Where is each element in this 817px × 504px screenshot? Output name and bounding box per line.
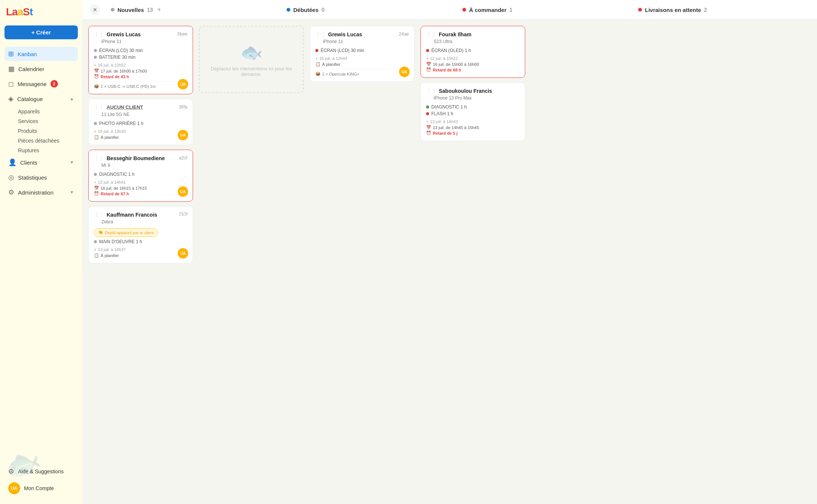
service-label: ÉCRAN (LCD) 30 min	[321, 48, 364, 53]
card-5bee-created: + 16 juil. à 12h52	[94, 63, 187, 67]
card-24ae-device: iPhone 11	[315, 39, 409, 44]
card-36fa-id: 36fa	[179, 104, 187, 110]
card-saboukoulou-client: Saboukoulou Francis	[439, 88, 520, 94]
card-36fa-device: 11 Lite 5G NE	[94, 112, 187, 117]
sidebar-item-moncompte-label: Mon Compte	[24, 485, 54, 491]
service-dot	[426, 106, 429, 109]
drop-zone-icon: 🐟	[240, 42, 263, 63]
card-saboukoulou-created: + 13 juil. à 14h43	[426, 119, 520, 124]
card-36fa-header: ⋮⋮ AUCUN CLIENT 36fa	[94, 104, 187, 110]
calendar-icon-small: 📅	[94, 68, 99, 73]
sidebar-item-catalogue[interactable]: ◈ Catalogue ▲	[4, 92, 78, 106]
sidebar-item-clients[interactable]: 👤 Clients ▼	[4, 155, 78, 169]
card-24ae-scheduled: 📋 À planifier	[315, 62, 409, 67]
nav-section: ⊞ Kanban ▦ Calendrier ◻ Messagerie 2 ◈ C…	[4, 47, 78, 200]
card-5bee-delay: ⏰ Retard de 43 h	[94, 74, 187, 79]
card-saboukoulou-service-1: FLASH 1 h	[426, 111, 520, 116]
sidebar-item-calendrier[interactable]: ▦ Calendrier	[4, 62, 78, 76]
card-737f-header: ⋮⋮ Kauffmann Francois 737f	[94, 212, 187, 218]
close-button[interactable]: ✕	[90, 4, 100, 15]
sidebar-sub-pieces[interactable]: Pièces détachées	[4, 136, 78, 146]
messagerie-badge: 2	[51, 80, 58, 88]
card-737f-device: Zebra	[94, 219, 187, 224]
col-livraisonsattente: ⋮⋮ Fourak Ilham S23 Ultra ÉCRAN (OLED) 1…	[420, 26, 525, 141]
admin-icon: ⚙	[8, 188, 14, 196]
acommander-count: 1	[510, 7, 512, 13]
card-5bee[interactable]: ⋮⋮ Grewis Lucas 5bee iPhone 11 ÉCRAN (LC…	[88, 26, 193, 94]
calendar-icon: ▦	[8, 65, 15, 73]
debutees-title: Débutées	[293, 7, 319, 13]
col-nouvelles: ⋮⋮ Grewis Lucas 5bee iPhone 11 ÉCRAN (LC…	[88, 26, 193, 263]
depot-icon: 🤏	[98, 230, 103, 235]
sidebar-item-moncompte[interactable]: UA Mon Compte	[4, 479, 78, 497]
card-saboukoulou-header: ⋮⋮ Saboukoulou Francis	[426, 88, 520, 94]
card-a2cf[interactable]: ⋮⋮ Besseghir Boumediene a2cf MI 9 DIAGNO…	[88, 150, 193, 202]
sidebar-item-clients-label: Clients	[20, 159, 37, 166]
sidebar-sub-appareils[interactable]: Appareils	[4, 107, 78, 116]
nouvelles-count: 13	[147, 7, 153, 13]
card-36fa[interactable]: ⋮⋮ AUCUN CLIENT 36fa 11 Lite 5G NE PHOTO…	[88, 99, 193, 145]
col-header-acommander: À commander 1	[458, 7, 634, 13]
sidebar-item-aide[interactable]: ⚙ Aide & Suggestions	[4, 464, 78, 479]
card-24ae[interactable]: ⋮⋮ Grewis Lucas 24ae iPhone 11 ÉCRAN (LC…	[310, 26, 414, 82]
card-737f-client: Kauffmann Francois	[107, 212, 179, 218]
sidebar: LaaSt + Créer ⊞ Kanban ▦ Calendrier ◻ Me…	[0, 0, 82, 504]
delay-icon: ⏰	[94, 74, 99, 79]
livraisonsattente-count: 2	[704, 7, 707, 13]
card-24ae-avatar: UA	[399, 67, 410, 77]
box-icon: 📦	[315, 71, 321, 76]
card-a2cf-delay: ⏰ Retard de 67 h	[94, 191, 187, 196]
card-saboukoulou[interactable]: ⋮⋮ Saboukoulou Francis iPhone 13 Pro Max…	[420, 82, 525, 141]
drag-handle-icon: ⋮⋮	[94, 212, 104, 218]
sidebar-item-calendrier-label: Calendrier	[18, 66, 44, 72]
drag-handle-icon: ⋮⋮	[94, 155, 104, 161]
sidebar-item-kanban[interactable]: ⊞ Kanban	[4, 47, 78, 61]
sidebar-sub-ruptures[interactable]: Ruptures	[4, 146, 78, 155]
service-dot	[315, 49, 318, 52]
depot-badge: 🤏 Dépôt appareil par le client	[94, 228, 158, 237]
col-acommander: ⋮⋮ Grewis Lucas 24ae iPhone 11 ÉCRAN (LC…	[310, 26, 414, 82]
sidebar-item-messagerie[interactable]: ◻ Messagerie 2	[4, 77, 78, 91]
catalogue-icon: ◈	[8, 95, 13, 103]
card-24ae-header: ⋮⋮ Grewis Lucas 24ae	[315, 31, 409, 37]
card-fourak-delay: ⏰ Retard de 68 h	[426, 67, 520, 72]
service-dot	[426, 49, 429, 52]
card-saboukoulou-scheduled: 📅 13 juil. de 14h45 à 15h45	[426, 125, 520, 130]
sidebar-sub-produits[interactable]: Produits	[4, 126, 78, 136]
card-36fa-service-0: PHOTO ARRIÈRE 1 h	[94, 121, 187, 126]
sidebar-sub-services[interactable]: Services	[4, 116, 78, 126]
card-a2cf-created: + 13 juil. à 14h41	[94, 180, 187, 184]
acommander-title: À commander	[469, 7, 507, 13]
card-fourak-client: Fourak Ilham	[439, 31, 520, 37]
plus-icon: +	[315, 56, 318, 61]
service-dot	[94, 49, 97, 52]
schedule-icon: 📋	[94, 135, 99, 140]
service-label: DIAGNOSTIC 1 h	[431, 104, 467, 110]
box-icon: 📦	[94, 84, 99, 89]
plus-icon: +	[94, 129, 96, 134]
debutees-drop-zone[interactable]: 🐟 Déplacez les interventions ici pour le…	[199, 26, 304, 93]
create-button[interactable]: + Créer	[4, 25, 78, 39]
card-24ae-client: Grewis Lucas	[328, 31, 399, 37]
sidebar-item-administration[interactable]: ⚙ Administration ▼	[4, 185, 78, 199]
card-737f[interactable]: ⋮⋮ Kauffmann Francois 737f Zebra 🤏 Dépôt…	[88, 206, 193, 263]
sidebar-item-statistiques[interactable]: ◎ Statistiques	[4, 170, 78, 184]
aide-icon: ⚙	[8, 467, 14, 476]
stats-icon: ◎	[8, 173, 14, 181]
card-36fa-created: + 16 juil. à 13h30	[94, 129, 187, 134]
card-36fa-avatar: UA	[178, 130, 188, 140]
nouvelles-add-icon[interactable]: +	[157, 6, 161, 14]
card-36fa-scheduled: 📋 À planifier	[94, 135, 187, 140]
plus-icon: +	[94, 180, 96, 184]
schedule-icon: 📋	[315, 62, 321, 67]
col-header-livraisonsattente: Livraisons en attente 2	[634, 7, 810, 13]
plus-icon: +	[94, 247, 96, 252]
drag-handle-icon: ⋮⋮	[426, 88, 437, 94]
card-fourak[interactable]: ⋮⋮ Fourak Ilham S23 Ultra ÉCRAN (OLED) 1…	[420, 26, 525, 78]
card-737f-created: + 13 juil. à 14h37	[94, 247, 187, 252]
card-saboukoulou-delay: ⏰ Retard de 5 j	[426, 131, 520, 135]
service-label: PHOTO ARRIÈRE 1 h	[99, 121, 143, 126]
service-label: FLASH 1 h	[431, 111, 453, 116]
clients-expand-icon: ▼	[70, 160, 74, 165]
kanban-header: ✕ Nouvelles 13 + Débutées 0 À commander …	[82, 0, 817, 20]
